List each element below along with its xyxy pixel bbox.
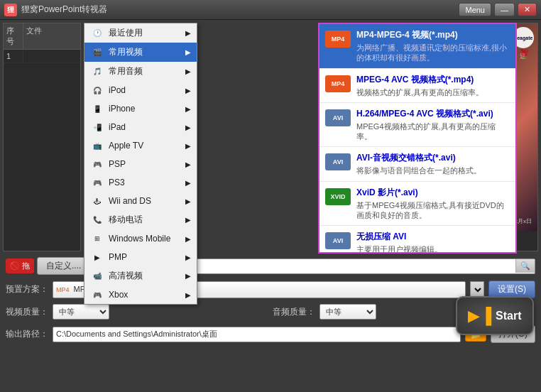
menu-ps3-label: PS3 [109,178,125,187]
menu-level1: 🕐 最近使用 ▶ 🎬 常用视频 ▶ 🎵 常用音频 ▶ 🎧 iPod [84,23,197,305]
table-row[interactable]: 1 [4,50,80,63]
format-desc: 视频格式的扩展,具有更高的压缩率。 [356,87,510,97]
pmp-icon: ▶ [90,251,104,263]
menu-apple-tv[interactable]: 📺 Apple TV ▶ [84,136,197,155]
window-controls: Menu — ✕ [459,3,537,16]
menu-common-video[interactable]: 🎬 常用视频 ▶ [84,43,197,62]
format-badge: MP4 [325,75,351,92]
menu-apple-tv-label: Apple TV [109,141,143,151]
flower-decoration2: 🌹 [518,48,530,60]
format-item[interactable]: AVI H.264/MPEG-4 AVC 视频格式(*.avi) MPEG4视频… [319,103,515,148]
iphone-arrow: ▶ [185,105,191,113]
format-item[interactable]: AVI AVI-音视频交错格式(*.avi) 将影像与语音同组合在一起的格式。 [319,147,515,181]
start-label: Start [496,310,521,322]
format-badge: MP4 [325,31,351,48]
hd-video-icon: 📹 [90,271,104,282]
menu-psp[interactable]: 🎮 PSP ▶ [84,155,197,173]
format-badge: AVI [325,232,351,249]
format-item[interactable]: AVI 无损压缩 AVI 主要用于用户视频编辑。 [319,226,515,254]
menu-wii-ds[interactable]: 🕹 Wii and DS ▶ [84,192,197,210]
format-text: MPEG-4 AVC 视频格式(*.mp4) 视频格式的扩展,具有更高的压缩率。 [356,74,510,97]
menu-ipad[interactable]: 📲 iPad ▶ [84,118,197,136]
row-file [23,50,80,62]
xbox-arrow: ▶ [185,291,191,299]
col-file: 文件 [23,23,80,49]
psp-icon: 🎮 [90,158,104,170]
common-video-arrow: ▶ [185,48,191,56]
format-item[interactable]: XVID XviD 影片(*.avi) 基于MPEG4视频压缩格式,具有接近DV… [319,182,515,227]
menu-ipod[interactable]: 🎧 iPod ▶ [84,81,197,99]
no-file-indicator: 🚫 拖 [6,258,34,273]
output-path-input[interactable] [53,327,461,342]
wii-ds-icon: 🕹 [90,195,104,207]
menu-hd-video[interactable]: 📹 高清视频 ▶ [84,266,197,285]
titlebar: 狸 狸窝PowerPoint转视器 Menu — ✕ [0,0,541,20]
format-badge: AVI [325,109,351,126]
menu-common-audio[interactable]: 🎵 常用音频 ▶ [84,62,197,81]
menu-button[interactable]: Menu [459,3,491,16]
app-title: 狸窝PowerPoint转视器 [21,4,459,16]
close-button[interactable]: ✕ [518,3,537,16]
recent-arrow: ▶ [185,29,191,37]
psp-arrow: ▶ [185,160,191,168]
format-item[interactable]: MP4 MP4-MPEG-4 视频(*.mp4) 为网络广播、视频通讯定制的压缩… [319,24,515,69]
search-button[interactable]: 🔍 [515,259,535,273]
start-button-container: ▶▐ Start [456,296,534,335]
format-desc: 主要用于用户视频编辑。 [356,244,510,254]
hd-video-arrow: ▶ [185,272,191,280]
menu-pmp-label: PMP [109,252,127,262]
menu-xbox[interactable]: 🎮 Xbox ▶ [84,285,197,304]
start-button[interactable]: ▶▐ Start [456,296,534,335]
menu-mobile[interactable]: 📞 移动电话 ▶ [84,210,197,229]
menu-windows-mobile[interactable]: ⊞ Windows Mobile ▶ [84,229,197,248]
format-panel: MP4 MP4-MPEG-4 视频(*.mp4) 为网络广播、视频通讯定制的压缩… [318,23,517,254]
ipod-icon: 🎧 [90,85,104,96]
menu-ps3[interactable]: 🎮 PS3 ▶ [84,173,197,192]
audio-quality-select[interactable]: 中等 高 低 [319,304,376,320]
minimize-button[interactable]: — [494,3,515,16]
menu-recent[interactable]: 🕐 最近使用 ▶ [84,23,197,43]
start-play-icon: ▶▐ [468,307,491,325]
format-title: MPEG-4 AVC 视频格式(*.mp4) [356,74,510,86]
mobile-icon: 📞 [90,214,104,226]
menu-hd-video-label: 高清视频 [109,270,143,282]
menu-ipod-label: iPod [109,85,126,95]
format-text: AVI-音视频交错格式(*.avi) 将影像与语音同组合在一起的格式。 [356,152,510,175]
iphone-icon: 📱 [90,103,104,114]
table-header: 序号 文件 [4,23,80,50]
preset-dropdown[interactable] [470,281,484,298]
video-quality-select[interactable]: 中等 高 低 [53,304,109,320]
video-quality-label: 视频质量： [6,306,48,318]
format-desc: 将影像与语音同组合在一起的格式。 [356,165,510,175]
format-text: H.264/MPEG-4 AVC 视频格式(*.avi) MPEG4视频格式的扩… [356,108,510,142]
format-item[interactable]: MP4 MPEG-4 AVC 视频格式(*.mp4) 视频格式的扩展,具有更高的… [319,69,515,103]
menu-iphone[interactable]: 📱 iPhone ▶ [84,99,197,118]
menu-xbox-label: Xbox [109,290,128,300]
ps3-arrow: ▶ [185,179,191,187]
format-title: H.264/MPEG-4 AVC 视频格式(*.avi) [356,108,510,120]
format-text: MP4-MPEG-4 视频(*.mp4) 为网络广播、视频通讯定制的压缩标准,很… [356,29,510,63]
apple-tv-icon: 📺 [90,140,104,151]
menu-ipad-label: iPad [109,122,126,132]
audio-quality-label: 音频质量： [273,306,315,318]
format-desc: 为网络广播、视频通讯定制的压缩标准,很小的体积却有很好画质。 [356,43,510,63]
common-audio-arrow: ▶ [185,67,191,75]
bottom-toolbar: 🚫 拖 自定义.... ▼ ▲ 🔍 [0,254,541,278]
common-audio-icon: 🎵 [90,66,104,77]
menu-mobile-label: 移动电话 [109,214,143,226]
wii-ds-arrow: ▶ [185,197,191,205]
menu-iphone-label: iPhone [109,104,135,114]
format-badge: XVID [325,188,351,205]
apple-tv-arrow: ▶ [185,142,191,150]
format-badge: AVI [325,153,351,170]
file-table: 序号 文件 1 [3,23,81,251]
windows-mobile-icon: ⊞ [90,233,104,244]
menu-wii-ds-label: Wii and DS [109,196,151,206]
format-text: 无损压缩 AVI 主要用于用户视频编辑。 [356,231,510,254]
menu-psp-label: PSP [109,159,126,169]
ipad-arrow: ▶ [185,124,191,131]
ipod-arrow: ▶ [185,87,191,94]
customize-button[interactable]: 自定义.... [37,257,90,275]
recent-icon: 🕐 [90,28,104,39]
menu-pmp[interactable]: ▶ PMP ▶ [84,248,197,266]
